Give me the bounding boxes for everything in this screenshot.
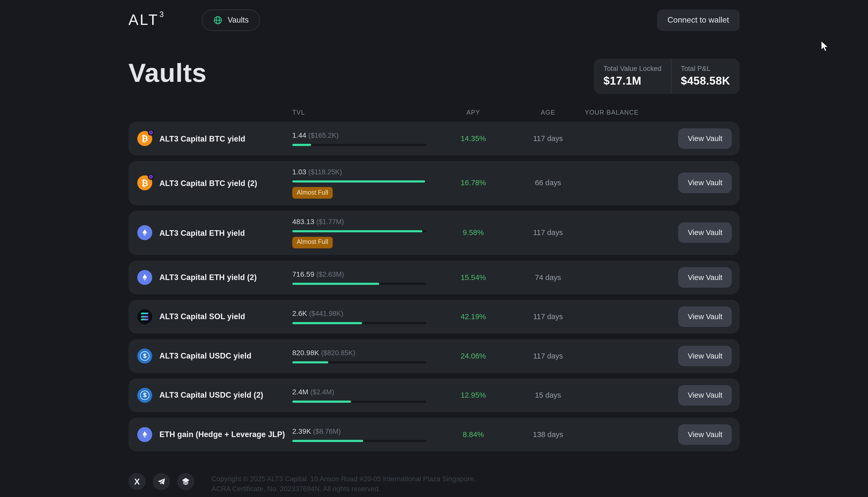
- vault-age: 15 days: [520, 391, 576, 399]
- vault-tvl-amount: 1.03: [292, 168, 306, 176]
- top-navigation-bar: ALT3 Vaults Connect to wallet: [128, 0, 740, 40]
- stats-box: Total Value Locked $17.1M Total P&L $458…: [594, 59, 740, 94]
- capacity-progress-bar: [292, 230, 426, 232]
- capacity-progress-bar: [292, 283, 426, 285]
- copyright-line2: ACRA Certificate, No. 202337694N. All ri…: [211, 484, 476, 494]
- capacity-progress-fill: [292, 283, 379, 285]
- vault-list: ₿ ALT3 Capital BTC yield 1.44 ($165.2K) …: [128, 122, 740, 451]
- vault-tvl-usd: ($2.4M): [310, 388, 334, 396]
- capacity-progress-bar: [292, 181, 426, 183]
- vault-tvl-usd: ($8.76M): [313, 427, 341, 435]
- vault-row: ALT3 Capital ETH yield 483.13 ($1.77M) A…: [128, 211, 740, 255]
- logo-sup: 3: [159, 10, 165, 18]
- capacity-progress-fill: [292, 361, 328, 363]
- total-value-locked-stat: Total Value Locked $17.1M: [594, 59, 671, 94]
- vault-tvl-cell: 716.59 ($2.63M): [292, 270, 426, 285]
- vault-tvl-usd: ($1.77M): [316, 218, 344, 225]
- view-vault-button[interactable]: View Vault: [678, 345, 732, 366]
- vault-name: ALT3 Capital SOL yield: [159, 312, 245, 321]
- capacity-progress-bar: [292, 322, 426, 324]
- vault-name: ALT3 Capital BTC yield (2): [159, 179, 257, 187]
- view-vault-button[interactable]: View Vault: [678, 306, 732, 327]
- header-age: AGE: [520, 109, 576, 116]
- mouse-cursor: [821, 40, 829, 52]
- view-vault-button[interactable]: View Vault: [678, 267, 732, 288]
- vault-name: ALT3 Capital USDC yield: [159, 351, 251, 360]
- footer: X Copyright © 2025 ALT3 Capital. 10 Anso…: [128, 473, 476, 494]
- vault-row: ₿ ALT3 Capital BTC yield (2) 1.03 ($118.…: [128, 161, 740, 205]
- view-vault-button[interactable]: View Vault: [678, 424, 732, 445]
- vault-apy: 15.54%: [426, 273, 520, 282]
- capacity-progress-fill: [292, 144, 311, 146]
- tvl-stat-label: Total Value Locked: [604, 65, 661, 72]
- connect-wallet-button[interactable]: Connect to wallet: [657, 9, 740, 31]
- header-apy: APY: [426, 109, 520, 116]
- almost-full-badge: Almost Full: [292, 187, 333, 198]
- vault-row: ALT3 Capital SOL yield 2.6K ($441.98K) 4…: [128, 300, 740, 333]
- telegram-icon[interactable]: [153, 473, 170, 490]
- vault-name: ETH gain (Hedge + Leverage JLP): [159, 430, 285, 439]
- vault-apy: 14.35%: [426, 134, 520, 143]
- vault-tvl-usd: ($820.85K): [321, 349, 355, 356]
- view-vault-button[interactable]: View Vault: [678, 385, 732, 406]
- vault-tvl-cell: 2.6K ($441.98K): [292, 309, 426, 324]
- btc-icon: ₿: [137, 131, 152, 146]
- vault-tvl-usd: ($2.63M): [316, 270, 344, 278]
- capacity-progress-bar: [292, 400, 426, 402]
- vault-name: ALT3 Capital ETH yield (2): [159, 273, 257, 282]
- vault-age: 117 days: [520, 229, 576, 237]
- total-pnl-stat: Total P&L $458.58K: [671, 59, 740, 94]
- vault-name: ALT3 Capital ETH yield: [159, 228, 245, 237]
- capacity-progress-fill: [292, 230, 422, 232]
- vault-tvl-amount: 2.6K: [292, 309, 307, 317]
- table-header-row: TVL APY AGE YOUR BALANCE: [128, 105, 740, 120]
- x-twitter-icon[interactable]: X: [128, 473, 145, 490]
- almost-full-badge: Almost Full: [292, 237, 333, 248]
- vault-tvl-amount: 483.13: [292, 217, 314, 226]
- capacity-progress-bar: [292, 361, 426, 363]
- capacity-progress-bar: [292, 144, 426, 146]
- vault-tvl-cell: 820.98K ($820.85K): [292, 349, 426, 363]
- view-vault-button[interactable]: View Vault: [678, 128, 732, 149]
- vault-row: $ ALT3 Capital USDC yield 820.98K ($820.…: [128, 339, 740, 373]
- layers-icon[interactable]: [177, 473, 194, 490]
- vault-tvl-amount: 716.59: [292, 270, 314, 278]
- header-your-balance: YOUR BALANCE: [576, 109, 647, 116]
- vault-tvl-usd: ($441.98K): [309, 310, 344, 317]
- globe-icon: [213, 15, 223, 25]
- copyright-line1: Copyright © 2025 ALT3 Capital. 10 Anson …: [211, 474, 476, 484]
- capacity-progress-fill: [292, 400, 351, 402]
- capacity-progress-fill: [292, 181, 425, 183]
- vault-apy: 9.58%: [426, 229, 520, 237]
- eth-icon: [137, 225, 152, 240]
- vault-tvl-cell: 2.4M ($2.4M): [292, 387, 426, 402]
- view-vault-button[interactable]: View Vault: [678, 173, 732, 193]
- vault-row: $ ALT3 Capital USDC yield (2) 2.4M ($2.4…: [128, 378, 740, 412]
- view-vault-button[interactable]: View Vault: [678, 223, 732, 243]
- vault-age: 117 days: [520, 312, 576, 321]
- vault-tvl-cell: 1.44 ($165.2K): [292, 131, 426, 146]
- vault-tvl-cell: 2.39K ($8.76M): [292, 427, 426, 442]
- vault-apy: 8.84%: [426, 430, 520, 439]
- eth-icon: [137, 270, 152, 285]
- vault-tvl-usd: ($165.2K): [308, 132, 339, 139]
- vault-age: 66 days: [520, 179, 576, 187]
- vault-apy: 12.95%: [426, 391, 520, 399]
- vault-name: ALT3 Capital USDC yield (2): [159, 390, 263, 399]
- vault-apy: 42.19%: [426, 312, 520, 321]
- copyright-text: Copyright © 2025 ALT3 Capital. 10 Anson …: [211, 474, 476, 494]
- nav-vaults-label: Vaults: [228, 15, 249, 24]
- alt3-logo[interactable]: ALT3: [128, 12, 165, 27]
- vault-tvl-amount: 820.98K: [292, 349, 319, 357]
- vault-age: 117 days: [520, 134, 576, 143]
- usdc-icon: $: [137, 387, 152, 402]
- btc-icon: ₿: [137, 175, 152, 190]
- vault-row: ALT3 Capital ETH yield (2) 716.59 ($2.63…: [128, 260, 740, 294]
- tvl-stat-value: $17.1M: [604, 75, 661, 87]
- capacity-progress-fill: [292, 322, 362, 324]
- eth-icon: [137, 427, 152, 442]
- nav-vaults-pill[interactable]: Vaults: [201, 9, 260, 31]
- pnl-stat-value: $458.58K: [681, 75, 730, 87]
- vault-apy: 24.06%: [426, 352, 520, 360]
- capacity-progress-bar: [292, 440, 426, 442]
